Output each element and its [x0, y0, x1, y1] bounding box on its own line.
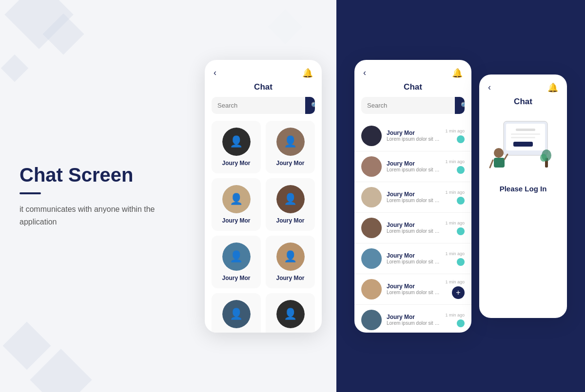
decorative-diamond [268, 10, 303, 44]
chat-message: Lorem ipsum dolor sit amet [387, 290, 440, 295]
svg-point-6 [494, 148, 504, 158]
chat-info: Joury Mor Lorem ipsum dolor sit amet [387, 191, 440, 203]
contact-name: Joury Mor [276, 160, 304, 167]
chat-info: Joury Mor Lorem ipsum dolor sit amet [387, 130, 440, 142]
left-panel: Chat Screen it communicates with anyone … [0, 0, 336, 392]
search-bar-1: 🔍 [212, 97, 315, 114]
contact-name: Joury Mor [222, 160, 250, 167]
chat-avatar [361, 126, 382, 146]
chat-time: 1 min ago [445, 280, 465, 284]
chat-message: Lorem ipsum dolor sit amet [387, 228, 440, 234]
bell-icon-2: 🔔 [452, 68, 463, 78]
phone-header-2: ‹ 🔔 [354, 60, 471, 82]
phone-header-3: ‹ 🔔 [479, 75, 567, 97]
chat-name: Joury Mor [387, 160, 440, 167]
search-bar-2: 🔍 [361, 97, 465, 114]
contact-card[interactable]: 👤 Joury Mor [212, 236, 261, 288]
chat-name: Joury Mor [387, 222, 440, 228]
chat-meta: 1 min ago [445, 190, 465, 205]
svg-rect-5 [513, 142, 533, 147]
contact-card[interactable]: 👤 Joury Mor [212, 293, 261, 333]
back-button-2[interactable]: ‹ [363, 68, 366, 78]
chat-status-dot [457, 258, 465, 266]
avatar: 👤 [222, 243, 251, 271]
chat-item[interactable]: Joury Mor Lorem ipsum dolor sit amet 1 m… [354, 305, 471, 333]
chat-name: Joury Mor [387, 130, 440, 136]
chat-avatar [361, 187, 382, 207]
contact-name: Joury Mor [222, 332, 250, 333]
chat-time: 1 min ago [445, 313, 465, 317]
search-button-2[interactable]: 🔍 [455, 97, 465, 114]
phone-mockup-1: ‹ 🔔 Chat 🔍 👤 Joury Mor 👤 Joury Mor 👤 [205, 60, 322, 333]
chat-status-dot [457, 197, 465, 205]
contact-name: Joury Mor [276, 217, 304, 224]
contact-card[interactable]: 👤 Joury Mor [266, 236, 315, 288]
login-screen: Please Log In [479, 112, 567, 193]
chat-item[interactable]: Joury Mor Lorem ipsum dolor sit amet 1 m… [354, 121, 471, 151]
chat-name: Joury Mor [387, 314, 440, 320]
avatar: 👤 [222, 300, 251, 328]
chat-item[interactable]: Joury Mor Lorem ipsum dolor sit amet 1 m… [354, 243, 471, 274]
login-illustration [489, 116, 557, 175]
chat-meta: 1 min ago [445, 251, 465, 266]
avatar-img: 👤 [276, 128, 305, 156]
chat-meta: 1 min ago + [445, 280, 465, 299]
chat-meta: 1 min ago [445, 221, 465, 235]
chat-item[interactable]: Joury Mor Lorem ipsum dolor sit amet 1 m… [354, 213, 471, 243]
chat-meta: 1 min ago [445, 313, 465, 327]
chat-name: Joury Mor [387, 191, 440, 198]
chat-status-dot [457, 166, 465, 174]
chat-avatar [361, 279, 382, 299]
contacts-grid: 👤 Joury Mor 👤 Joury Mor 👤 Joury Mor 👤 Jo… [205, 121, 322, 333]
phone-title-1: Chat [205, 82, 322, 97]
chat-info: Joury Mor Lorem ipsum dolor sit amet [387, 160, 440, 172]
left-text-block: Chat Screen it communicates with anyone … [20, 164, 166, 228]
chat-list: Joury Mor Lorem ipsum dolor sit amet 1 m… [354, 121, 471, 333]
avatar-img: 👤 [222, 300, 251, 328]
contact-name: Joury Mor [276, 275, 304, 281]
svg-rect-7 [494, 158, 505, 168]
avatar-img: 👤 [222, 243, 251, 271]
contact-card[interactable]: 👤 Joury Mor [212, 121, 261, 173]
chat-time: 1 min ago [445, 129, 465, 133]
chat-message: Lorem ipsum dolor sit amet [387, 259, 440, 264]
chat-meta: 1 min ago [445, 159, 465, 174]
page-description: it communicates with anyone within the a… [20, 203, 166, 228]
chat-message: Lorem ipsum dolor sit amet [387, 198, 440, 203]
contact-card[interactable]: 👤 Joury Mor [212, 178, 261, 231]
left-content: Chat Screen it communicates with anyone … [0, 164, 336, 228]
chat-status-dot [457, 227, 465, 235]
avatar: 👤 [222, 128, 251, 156]
contact-card[interactable]: 👤 Joury Mor [266, 178, 315, 231]
avatar-img: 👤 [222, 185, 251, 213]
chat-meta: 1 min ago [445, 129, 465, 143]
decorative-diamond [1, 55, 29, 82]
chat-message: Lorem ipsum dolor sit amet [387, 320, 440, 326]
chat-name: Joury Mor [387, 252, 440, 259]
phone-title-3: Chat [479, 97, 567, 112]
chat-info: Joury Mor Lorem ipsum dolor sit amet [387, 314, 440, 326]
chat-item[interactable]: Joury Mor Lorem ipsum dolor sit amet 1 m… [354, 274, 471, 305]
svg-rect-2 [516, 129, 535, 131]
svg-rect-4 [511, 137, 535, 138]
chat-item[interactable]: Joury Mor Lorem ipsum dolor sit amet 1 m… [354, 182, 471, 213]
avatar-img: 👤 [276, 243, 305, 271]
phone-mockup-3: ‹ 🔔 Chat [479, 75, 567, 318]
chat-name: Joury Mor [387, 283, 440, 290]
contact-card[interactable]: 👤 Joury Mor [266, 293, 315, 333]
chat-add-button[interactable]: + [452, 286, 465, 299]
back-button-1[interactable]: ‹ [214, 68, 216, 78]
search-button-1[interactable]: 🔍 [305, 97, 315, 114]
contact-card[interactable]: 👤 Joury Mor [266, 121, 315, 173]
back-button-3[interactable]: ‹ [488, 82, 491, 93]
phone-title-2: Chat [354, 82, 471, 97]
decorative-diamond [3, 322, 51, 370]
search-input-1[interactable] [212, 97, 305, 114]
avatar: 👤 [276, 243, 305, 271]
chat-item[interactable]: Joury Mor Lorem ipsum dolor sit amet 1 m… [354, 151, 471, 182]
avatar-img: 👤 [276, 185, 305, 213]
chat-message: Lorem ipsum dolor sit amet [387, 167, 440, 172]
chat-avatar [361, 156, 382, 177]
avatar-img: 👤 [222, 128, 251, 156]
search-input-2[interactable] [361, 97, 455, 114]
